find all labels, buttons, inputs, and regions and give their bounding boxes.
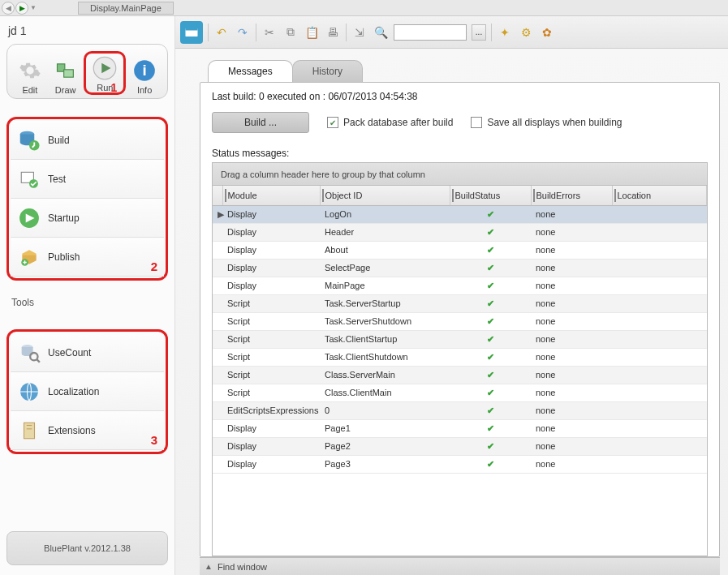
play-icon (92, 55, 118, 81)
sidebar-item-localization[interactable]: Localization (11, 372, 164, 411)
extensions-label: Extensions (48, 425, 96, 436)
check-icon: ✔ (454, 227, 526, 238)
table-row[interactable]: ScriptTask.ClientShutdown✔none (213, 348, 707, 366)
find-window-bar[interactable]: ▲ Find window (200, 557, 720, 575)
checkbox-checked-icon: ✔ (327, 117, 338, 128)
paste-icon[interactable]: 📋 (304, 24, 320, 41)
table-row[interactable]: ▶DisplayLogOn✔none (213, 205, 707, 223)
tools-nav-card: UseCount Localization Extensions 3 (6, 329, 168, 454)
nav-dropdown-icon[interactable]: ▼ (29, 1, 37, 15)
toolbar-search-input[interactable] (394, 24, 467, 41)
table-row[interactable]: DisplayMainPage✔none (213, 277, 707, 294)
cell-location (612, 223, 707, 241)
status-table-wrap: Drag a column header here to group by th… (212, 162, 708, 556)
app-logo-icon[interactable] (180, 21, 203, 44)
top-bar: ◀ ▶ ▼ Display.MainPage (0, 0, 728, 16)
col-build-status[interactable]: BuildStatus (450, 186, 531, 205)
tab-messages[interactable]: Messages (208, 60, 293, 82)
cell-build-errors: none (531, 312, 612, 330)
zoom-icon[interactable]: 🔍 (373, 24, 389, 41)
cell-build-status: ✔ (450, 366, 531, 384)
svg-point-12 (30, 353, 37, 360)
table-row[interactable]: DisplayPage3✔none (213, 455, 707, 473)
sidebar-item-startup[interactable]: Startup (11, 199, 164, 238)
table-row[interactable]: ScriptTask.ClientStartup✔none (213, 330, 707, 348)
edit-button[interactable]: Edit (13, 58, 47, 95)
cell-build-errors: none (531, 205, 612, 223)
col-object-id[interactable]: Object ID (320, 186, 450, 205)
print-icon[interactable]: 🖶 (325, 24, 341, 41)
cell-build-status: ✔ (450, 312, 531, 330)
table-row[interactable]: ScriptClass.ClientMain✔none (213, 384, 707, 401)
sidebar-item-build[interactable]: Build (11, 121, 164, 160)
test-label: Test (48, 174, 66, 185)
sidebar-item-test[interactable]: Test (11, 160, 164, 199)
save-displays-checkbox[interactable]: Save all displays when building (471, 117, 622, 128)
col-build-errors[interactable]: BuildErrors (531, 186, 612, 205)
build-nav-card: Build Test Startup Publish 2 (6, 117, 168, 281)
project-title: jd 1 (6, 21, 168, 44)
draw-label: Draw (55, 85, 76, 95)
sidebar-item-usecount[interactable]: UseCount (11, 333, 164, 372)
database-build-icon (15, 127, 43, 154)
wizard-icon[interactable]: ✦ (497, 24, 513, 41)
cell-object-id: Task.ClientStartup (320, 330, 450, 348)
svg-rect-19 (186, 28, 198, 31)
table-row[interactable]: DisplaySelectPage✔none (213, 259, 707, 277)
table-row[interactable]: ScriptTask.ServerShutdown✔none (213, 312, 707, 330)
sidebar-item-extensions[interactable]: Extensions (11, 411, 164, 450)
build-button[interactable]: Build ... (212, 112, 309, 133)
import-icon[interactable]: ⇲ (351, 24, 368, 41)
col-location[interactable]: Location (612, 186, 707, 205)
col-module[interactable]: Module (222, 186, 320, 205)
breadcrumb[interactable]: Display.MainPage (78, 2, 174, 15)
draw-button[interactable]: Draw (49, 58, 83, 95)
cell-object-id: Header (320, 223, 450, 241)
extensions-icon (15, 417, 43, 444)
cell-location (612, 294, 707, 312)
row-pointer-icon (213, 455, 222, 473)
copy-icon[interactable]: ⧉ (282, 24, 299, 41)
toolbar-more-button[interactable]: ... (472, 24, 486, 41)
draw-icon (53, 58, 79, 84)
svg-rect-1 (63, 70, 73, 77)
nav-back-icon[interactable]: ◀ (2, 2, 15, 15)
pack-db-checkbox[interactable]: ✔ Pack database after build (327, 117, 453, 128)
cell-module: Display (222, 223, 320, 241)
tool2-icon[interactable]: ⚙ (518, 24, 534, 41)
table-row[interactable]: DisplayPage2✔none (213, 437, 707, 455)
table-row[interactable]: DisplayAbout✔none (213, 241, 707, 259)
table-row[interactable]: EditScriptsExpressions0✔none (213, 401, 707, 419)
info-button[interactable]: i Info (127, 58, 162, 95)
row-pointer-icon (213, 294, 222, 312)
check-icon: ✔ (454, 209, 526, 220)
tools-section-label: Tools (11, 297, 168, 308)
cell-build-status: ✔ (450, 419, 531, 437)
check-icon: ✔ (454, 352, 526, 363)
check-icon: ✔ (454, 388, 526, 398)
table-row[interactable]: DisplayPage1✔none (213, 419, 707, 437)
table-row[interactable]: ScriptClass.ServerMain✔none (213, 366, 707, 384)
cell-build-errors: none (531, 401, 612, 419)
publish-icon (15, 243, 43, 271)
undo-icon[interactable]: ↶ (213, 24, 230, 41)
cell-location (612, 384, 707, 401)
table-row[interactable]: ScriptTask.ServerStartup✔none (213, 294, 707, 312)
cell-build-errors: none (531, 241, 612, 259)
cell-build-errors: none (531, 330, 612, 348)
table-row[interactable]: DisplayHeader✔none (213, 223, 707, 241)
tab-history[interactable]: History (292, 60, 363, 82)
redo-icon[interactable]: ↷ (235, 24, 251, 41)
cell-module: Display (222, 455, 320, 473)
group-by-bar[interactable]: Drag a column header here to group by th… (213, 163, 707, 186)
nav-forward-icon[interactable]: ▶ (15, 2, 28, 15)
check-icon: ✔ (454, 263, 526, 273)
cell-object-id: MainPage (320, 277, 450, 294)
cell-build-status: ✔ (450, 437, 531, 455)
cell-location (612, 419, 707, 437)
cut-icon[interactable]: ✂ (261, 24, 278, 41)
cell-module: Display (222, 259, 320, 277)
tool3-icon[interactable]: ✿ (539, 24, 555, 41)
sidebar-item-publish[interactable]: Publish (11, 238, 164, 277)
cell-object-id: LogOn (320, 205, 450, 223)
